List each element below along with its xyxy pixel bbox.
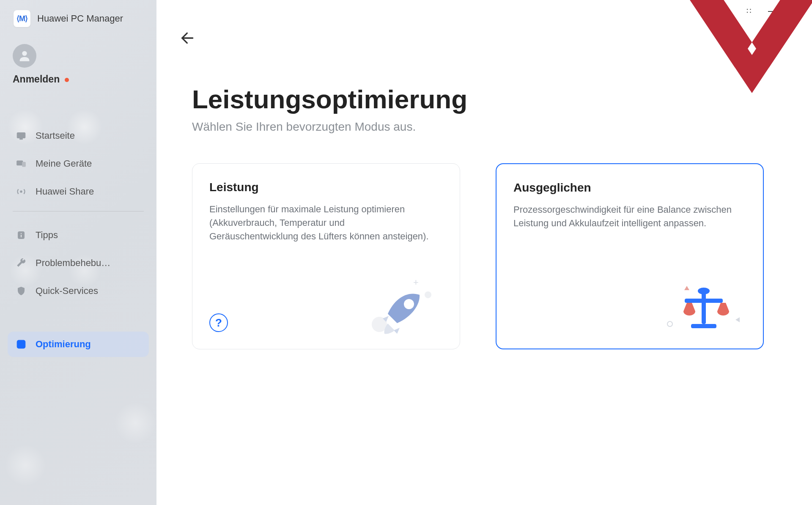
svg-rect-20 <box>691 324 716 328</box>
sidebar-nav-primary: Startseite Meine Geräte Huawei Share <box>0 93 156 204</box>
card-title: Ausgeglichen <box>513 181 746 195</box>
sidebar-nav-active: Optimierung <box>0 306 156 357</box>
svg-rect-1 <box>17 132 25 138</box>
info-icon <box>15 229 27 241</box>
rocket-icon: + <box>358 274 443 337</box>
watermark-logo-icon <box>684 0 812 97</box>
main-content: ∷ — ✕ Leistungsoptimierung Wählen Sie Ih… <box>156 0 812 505</box>
sidebar-item-label: Huawei Share <box>36 186 94 197</box>
monitor-icon <box>15 130 27 142</box>
svg-rect-2 <box>20 139 23 140</box>
login-label: Anmelden <box>13 74 60 85</box>
sidebar-nav-secondary: Tipps Problembehebu… Quick-Services <box>0 218 156 304</box>
sidebar-item-home[interactable]: Startseite <box>8 123 149 148</box>
app-title: Huawei PC Manager <box>37 13 123 24</box>
svg-rect-7 <box>21 233 22 234</box>
wrench-icon <box>15 257 27 269</box>
sidebar-item-troubleshoot[interactable]: Problembehebu… <box>8 250 149 276</box>
card-description: Einstellungen für maximale Leistung opti… <box>209 203 429 243</box>
svg-point-14 <box>404 299 414 309</box>
sidebar-item-optimierung[interactable]: Optimierung <box>8 332 149 357</box>
avatar-icon[interactable] <box>13 44 36 68</box>
help-button[interactable]: ? <box>209 313 228 332</box>
sidebar-item-quickservices[interactable]: Quick-Services <box>8 278 149 304</box>
svg-rect-18 <box>702 290 706 324</box>
svg-rect-3 <box>16 160 23 165</box>
sidebar-item-tips[interactable]: Tipps <box>8 222 149 248</box>
sidebar-item-label: Meine Geräte <box>36 158 92 169</box>
page-subtitle: Wählen Sie Ihren bevorzugten Modus aus. <box>192 120 793 134</box>
svg-point-13 <box>425 291 431 298</box>
sidebar-item-devices[interactable]: Meine Geräte <box>8 151 149 176</box>
shield-icon <box>15 285 27 297</box>
devices-icon <box>15 158 27 170</box>
sidebar-item-label: Optimierung <box>36 339 91 350</box>
app-logo-icon: ⟨M⟩ <box>14 10 30 27</box>
sidebar-item-label: Tipps <box>36 230 58 241</box>
app-root: ⟨M⟩ Huawei PC Manager Anmelden Startseit… <box>0 0 812 505</box>
mode-cards: Leistung Einstellungen für maximale Leis… <box>175 163 793 349</box>
sidebar-item-label: Problembehebu… <box>36 258 110 269</box>
sidebar: ⟨M⟩ Huawei PC Manager Anmelden Startseit… <box>0 0 156 505</box>
svg-rect-19 <box>685 299 723 303</box>
svg-point-21 <box>698 288 710 294</box>
card-description: Prozessorgeschwindigkeit für eine Balanc… <box>513 203 733 230</box>
svg-marker-17 <box>735 317 740 322</box>
svg-marker-22 <box>684 286 689 290</box>
broadcast-icon <box>15 186 27 198</box>
svg-point-16 <box>667 321 672 327</box>
sidebar-item-share[interactable]: Huawei Share <box>8 179 149 204</box>
user-section: Anmelden <box>0 44 156 93</box>
sidebar-item-label: Quick-Services <box>36 285 98 296</box>
sidebar-item-label: Startseite <box>36 130 75 141</box>
upload-icon <box>15 338 27 350</box>
svg-point-5 <box>20 190 22 192</box>
card-balanced[interactable]: Ausgeglichen Prozessorgeschwindigkeit fü… <box>496 163 764 349</box>
notification-dot-icon <box>65 78 69 82</box>
svg-point-0 <box>22 51 27 56</box>
svg-rect-8 <box>21 235 22 237</box>
sidebar-separator <box>13 211 144 211</box>
card-performance[interactable]: Leistung Einstellungen für maximale Leis… <box>192 163 460 349</box>
balance-scale-icon <box>661 273 746 337</box>
card-title: Leistung <box>209 181 443 194</box>
login-button[interactable]: Anmelden <box>13 74 145 85</box>
svg-text:+: + <box>413 277 419 288</box>
sidebar-header: ⟨M⟩ Huawei PC Manager <box>0 10 156 44</box>
svg-rect-4 <box>22 162 26 167</box>
